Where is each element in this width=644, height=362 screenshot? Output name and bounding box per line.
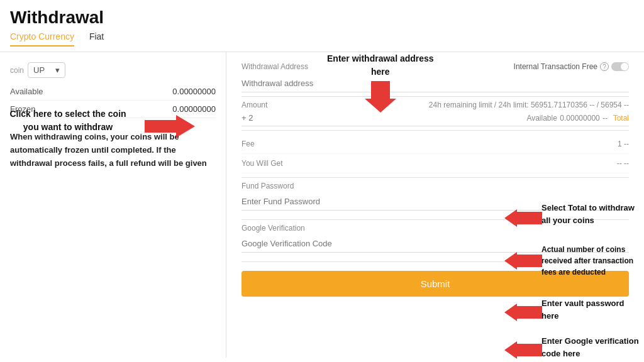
svg-marker-3 [504,252,542,270]
svg-marker-0 [145,115,195,138]
you-will-get-value: -- -- [617,159,629,168]
tab-crypto-currency[interactable]: Crypto Currency [10,31,74,47]
arrow-to-coins [504,252,542,272]
frozen-value: 0.00000000 [172,104,216,114]
coin-dropdown[interactable]: UP ▾ [28,62,65,78]
annotation-coins-text: Actual number of coins received after tr… [541,245,633,277]
annotation-actual-coins: Actual number of coins received after tr… [541,244,639,278]
divider-3 [242,177,629,178]
internal-tx-label: Internal Transaction Free [514,62,597,71]
annotation-select-total: Select Total to withdraw all your coins [541,202,639,226]
fund-password-label: Fund Password [242,182,629,190]
left-panel: coin UP ▾ Available 0.00000000 Frozen 0.… [0,52,226,358]
annotation-vault-text: Enter vault password here [541,299,624,321]
available-amount-row: Available 0.00000000 -- Total [526,112,629,123]
amount-section-header: Amount 24h remaining limit / 24h limit: … [242,101,629,109]
svg-marker-1 [365,81,396,112]
available-text: Available [526,114,557,123]
annotation-google-code: Enter Google verification code here [541,335,639,359]
annotation-coin-select: Click here to select the coin you want t… [5,107,131,134]
annotation-address-text: Enter withdrawal addresshere [327,53,434,77]
internal-tx-row: Internal Transaction Free ? [514,62,629,71]
annotation-total-text: Select Total to withdraw all your coins [541,203,635,225]
you-will-get-row: You Will Get -- -- [242,154,629,173]
available-amount-value: 0.00000000 [560,114,599,123]
amount-label: Amount [242,101,267,109]
arrow-to-vault [504,304,542,324]
divider-1 [242,96,629,97]
arrow-to-total [504,209,542,229]
address-section: Withdrawal Address Internal Transaction … [242,62,629,71]
arrow-to-google [504,341,542,361]
limit-text: 24h remaining limit / 24h limit: 56951.7… [429,101,629,109]
arrow-to-coin-dropdown [145,115,195,140]
coin-selector-row: coin UP ▾ [10,62,216,78]
coin-label: coin [10,66,24,75]
available-value: 0.00000000 [172,87,216,96]
page-title: Withdrawal [0,0,644,31]
withdrawal-address-input[interactable] [242,75,629,92]
annotation-coin-text: Click here to select the coin you want t… [9,109,126,132]
arrow-down-address [365,81,396,112]
svg-marker-2 [504,209,542,227]
divider-2 [242,130,629,131]
info-circle-icon: ? [600,62,609,71]
svg-marker-5 [504,341,542,359]
fee-label: Fee [242,140,255,148]
internal-tx-toggle[interactable] [611,62,629,71]
available-dashes: -- [602,114,608,123]
you-will-get-label: You Will Get [242,159,283,168]
tab-fiat[interactable]: Fiat [89,31,104,47]
amount-input[interactable] [242,113,273,123]
annotation-google-text: Enter Google verification code here [541,336,639,358]
chevron-down-icon: ▾ [55,65,60,75]
main-layout: coin UP ▾ Available 0.00000000 Frozen 0.… [0,52,644,358]
annotation-vault-password: Enter vault password here [541,297,639,322]
amount-input-row: Available 0.00000000 -- Total [242,109,629,126]
svg-marker-4 [504,304,542,321]
withdrawal-address-label: Withdrawal Address [242,62,308,71]
fee-row: Fee 1 -- [242,134,629,154]
available-row: Available 0.00000000 [10,83,216,101]
fee-value: 1 -- [618,140,629,148]
total-link[interactable]: Total [613,114,629,123]
annotation-address-top: Enter withdrawal addresshere [327,52,434,116]
available-label: Available [10,87,43,96]
coin-value: UP [33,65,45,75]
tabs-bar: Crypto Currency Fiat [0,31,644,52]
